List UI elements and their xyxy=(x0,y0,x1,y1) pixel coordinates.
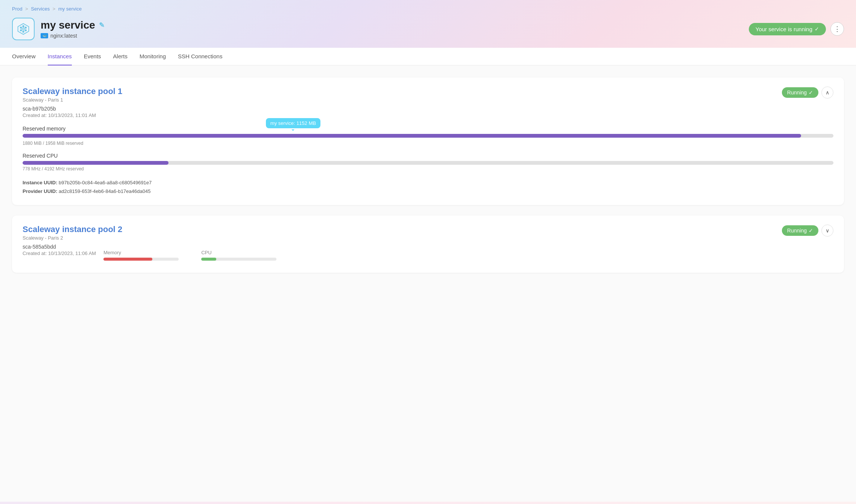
service-title: my service ✎ xyxy=(41,19,105,31)
pool2-stats: Memory CPU xyxy=(103,250,276,261)
pool2-memory-label: Memory xyxy=(103,250,179,255)
pool1-status-area: Running ✓ ∧ xyxy=(782,87,833,99)
breadcrumb: Prod > Services > my service xyxy=(12,6,844,12)
pool2-cpu-bar-bg xyxy=(201,258,276,261)
instance-pool-1: Scaleway instance pool 1 Scaleway - Pari… xyxy=(12,77,844,205)
svg-point-6 xyxy=(20,29,22,31)
pool1-cpu-label: Reserved CPU xyxy=(23,153,833,159)
pool1-uuid-section: Instance UUID: b97b205b-0c84-4ea6-a8a8-c… xyxy=(23,178,833,196)
tab-alerts[interactable]: Alerts xyxy=(113,48,127,65)
main-content: Scaleway instance pool 1 Scaleway - Pari… xyxy=(0,65,856,502)
pool1-check-icon: ✓ xyxy=(809,90,813,96)
pool2-cpu-stat: CPU xyxy=(201,250,276,261)
pool1-cpu-section: Reserved CPU 778 MHz / 4192 MHz reserved xyxy=(23,153,833,172)
more-options-button[interactable]: ⋮ xyxy=(830,22,844,36)
pool1-memory-bar-bg xyxy=(23,134,833,138)
pool2-title: Scaleway instance pool 2 xyxy=(23,225,122,234)
docker-icon: 🐳 xyxy=(41,33,48,38)
service-image: 🐳 nginx:latest xyxy=(41,33,105,39)
status-check-icon: ✓ xyxy=(815,26,819,32)
pool1-running-badge: Running ✓ xyxy=(782,87,818,98)
pool1-cpu-bar-bg xyxy=(23,161,833,165)
pool1-tooltip-wrapper: my service: 1152 MB xyxy=(23,134,833,138)
tabs-nav: Overview Instances Events Alerts Monitor… xyxy=(0,48,856,65)
svg-point-3 xyxy=(22,31,24,33)
pool2-provider: Scaleway - Paris 2 xyxy=(23,235,122,241)
tab-monitoring[interactable]: Monitoring xyxy=(140,48,166,65)
pool2-status-area: Running ✓ ∨ xyxy=(782,225,833,237)
pool1-instance-id: sca-b97b205b xyxy=(23,106,833,112)
tab-events[interactable]: Events xyxy=(84,48,101,65)
breadcrumb-services[interactable]: Services xyxy=(31,6,50,12)
breadcrumb-service[interactable]: my service xyxy=(58,6,82,12)
instance-pool-2: Scaleway instance pool 2 Scaleway - Pari… xyxy=(12,216,844,273)
pool1-provider: Scaleway - Paris 1 xyxy=(23,97,122,103)
pool1-provider-uuid: Provider UUID: ad2c8159-653f-4eb6-84a6-b… xyxy=(23,187,833,196)
breadcrumb-prod[interactable]: Prod xyxy=(12,6,22,12)
pool1-memory-section: Reserved memory my service: 1152 MB 1880… xyxy=(23,126,833,146)
pool2-instance-id: sca-585a5bdd xyxy=(23,244,96,250)
pool1-created-at: Created at: 10/13/2023, 11:01 AM xyxy=(23,112,833,118)
pool1-memory-tooltip: my service: 1152 MB xyxy=(266,118,320,128)
pool2-memory-stat: Memory xyxy=(103,250,179,261)
pool2-cpu-bar-fill xyxy=(201,258,216,261)
pool1-cpu-bar-fill xyxy=(23,161,168,165)
service-running-badge: Your service is running ✓ xyxy=(749,23,826,35)
pool2-created-at: Created at: 10/13/2023, 11:06 AM xyxy=(23,250,96,256)
svg-point-7 xyxy=(25,29,27,31)
service-icon xyxy=(12,18,35,40)
header-actions: Your service is running ✓ ⋮ xyxy=(749,22,844,36)
pool1-title: Scaleway instance pool 1 xyxy=(23,87,122,96)
pool1-collapse-button[interactable]: ∧ xyxy=(821,87,833,99)
edit-service-icon[interactable]: ✎ xyxy=(99,21,105,29)
pool1-memory-bar-fill xyxy=(23,134,801,138)
pool2-running-badge: Running ✓ xyxy=(782,225,818,236)
tab-ssh-connections[interactable]: SSH Connections xyxy=(178,48,222,65)
tab-overview[interactable]: Overview xyxy=(12,48,36,65)
pool2-memory-bar-fill xyxy=(103,258,152,261)
pool1-instance-uuid: Instance UUID: b97b205b-0c84-4ea6-a8a8-c… xyxy=(23,178,833,187)
tab-instances[interactable]: Instances xyxy=(48,48,72,65)
pool1-cpu-value: 778 MHz / 4192 MHz reserved xyxy=(23,166,833,172)
pool2-memory-bar-bg xyxy=(103,258,179,261)
pool1-memory-value: 1880 MiB / 1958 MiB reserved xyxy=(23,141,833,146)
pool1-memory-label: Reserved memory xyxy=(23,126,833,132)
pool2-cpu-label: CPU xyxy=(201,250,276,255)
pool2-id-stats-row: sca-585a5bdd Created at: 10/13/2023, 11:… xyxy=(23,244,833,264)
pool2-check-icon: ✓ xyxy=(809,228,813,234)
pool2-collapse-button[interactable]: ∨ xyxy=(821,225,833,237)
